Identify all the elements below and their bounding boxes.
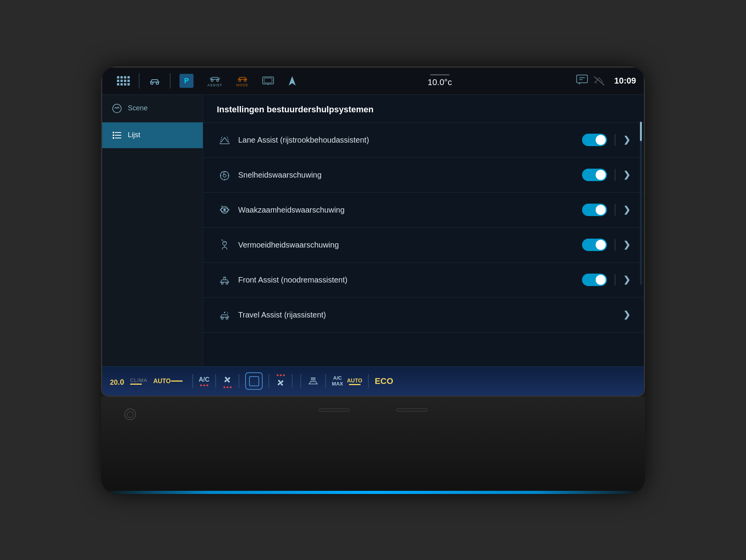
svg-point-26 [221,318,223,319]
temperature-area: 10.0°c [303,74,576,87]
sidebar-item-lijst[interactable]: Lijst [102,122,203,148]
svg-rect-14 [113,132,114,133]
content-area: Instellingen bestuurdershulpsystemen Lan… [203,95,644,366]
svg-point-3 [217,80,219,82]
clima-sep-2 [215,374,216,388]
snelheid-chevron[interactable]: ❯ [623,170,630,180]
clima-underline [130,384,142,385]
front-assist-toggle[interactable] [582,274,607,286]
ac-button[interactable]: A/C [199,376,210,386]
rear-defrost-btn[interactable] [307,377,319,386]
mode-label: MODE [236,83,248,87]
power-button[interactable]: ◯ [124,408,136,420]
ac-dot-3 [206,384,208,386]
clima-sep-1 [192,374,193,388]
lane-assist-controls: ❯ [582,134,630,146]
fan-speed-control[interactable] [222,374,233,388]
setting-vermoeidheid[interactable]: Vermoeidheidswaarschuwing ❯ [203,228,644,263]
travel-assist-label: Travel Assist (rijassistent) [238,311,623,319]
nav-separator-2 [170,73,171,89]
clima-label-group: CLIMA [130,377,148,385]
main-screen: P ASSIST [101,66,645,397]
message-icon [576,75,588,85]
assist-car-icon [209,75,221,82]
time-display: 10:09 [614,76,636,86]
nav-parking[interactable]: P [173,68,200,94]
clima-label: CLIMA [130,377,148,383]
svg-point-21 [223,209,226,211]
center-recirculation-btn[interactable] [245,372,263,390]
clima-temperature: 20.0 [110,375,124,387]
setting-front-assist[interactable]: Front Assist (noodremassistent) ❯ [203,263,644,298]
screen-mirror-icon [262,76,274,85]
waakzaamheid-toggle[interactable] [582,204,607,216]
vermoeidheid-label: Vermoeidheidswaarschuwing [238,241,582,249]
fan-dot-2 [227,386,228,388]
svg-rect-8 [577,75,587,83]
main-content-area: Scene Lijst Instellingen bestuurd [102,95,644,366]
clima-sep-6 [300,374,301,388]
message-icon-btn[interactable] [576,75,588,87]
recirculation-icon [249,376,260,387]
fan-dot-3 [230,386,232,388]
left-slider[interactable] [319,408,350,412]
mode-car-icon [237,75,248,82]
fan-dot-1 [223,386,225,388]
nav-screen-mirror[interactable] [255,68,281,94]
vermoeidheid-chevron[interactable]: ❯ [623,240,630,250]
front-assist-chevron[interactable]: ❯ [623,275,630,285]
svg-rect-15 [113,134,114,136]
right-slider[interactable] [396,408,427,412]
right-fan-control[interactable] [275,374,286,388]
svg-point-2 [211,80,213,82]
nav-car[interactable] [141,68,168,94]
svg-rect-29 [249,377,259,386]
temperature-display: 10.0°c [428,74,452,87]
top-navigation-bar: P ASSIST [102,68,644,95]
front-assist-controls: ❯ [582,274,630,286]
parking-icon: P [180,74,193,88]
sidebar: Scene Lijst [102,95,203,366]
snelheid-icon [217,169,232,180]
waakzaamheid-chevron[interactable]: ❯ [623,205,630,215]
nav-mode[interactable]: MODE [229,68,255,94]
setting-snelheid[interactable]: Snelheidswaarschuwing ❯ [203,158,644,193]
nav-grid[interactable] [110,68,137,94]
scrollbar[interactable] [640,122,642,284]
setting-lane-assist[interactable]: Lane Assist (rijstrookbehoudassistent) ❯ [203,123,644,158]
clima-sep-7 [325,374,326,388]
setting-travel-assist[interactable]: Travel Assist (rijassistent) ❯ [203,298,644,333]
svg-rect-7 [264,78,272,83]
svg-point-22 [223,241,227,245]
snelheid-toggle[interactable] [582,169,607,181]
mode-icon-group: MODE [236,75,248,87]
nav-navigation[interactable] [281,68,303,94]
controls-divider-2 [615,169,615,181]
sidebar-item-scene[interactable]: Scene [102,95,203,122]
travel-assist-chevron[interactable]: ❯ [623,310,630,320]
controls-divider-3 [615,204,615,216]
snelheid-controls: ❯ [582,169,630,181]
front-assist-label: Front Assist (noodremassistent) [238,276,582,284]
temp-line [430,74,450,75]
travel-assist-controls: ❯ [623,310,630,320]
setting-waakzaamheid[interactable]: Waakzaamheidswaarschuwing ❯ [203,193,644,228]
snelheid-label: Snelheidswaarschuwing [238,171,582,180]
lijst-icon [112,131,122,140]
ac-dot-1 [200,384,202,386]
front-assist-icon [217,274,232,285]
ac-max-btn[interactable]: A/CMAX [332,375,343,387]
vermoeidheid-toggle[interactable] [582,239,607,251]
svg-point-1 [156,82,159,84]
clima-temp-main: 20 [110,379,118,386]
right-fan-dots [277,374,285,376]
nav-assist[interactable]: ASSIST [200,68,229,94]
svg-point-23 [221,283,223,284]
waakzaamheid-label: Waakzaamheidswaarschuwing [238,206,582,215]
lane-assist-toggle[interactable] [582,134,607,146]
clima-bar: 20.0 CLIMA AUTO A/C [102,366,644,396]
svg-point-30 [279,382,282,384]
lane-assist-chevron[interactable]: ❯ [623,135,630,145]
blue-accent-strip [101,491,645,494]
vermoeidheid-icon [217,239,232,251]
